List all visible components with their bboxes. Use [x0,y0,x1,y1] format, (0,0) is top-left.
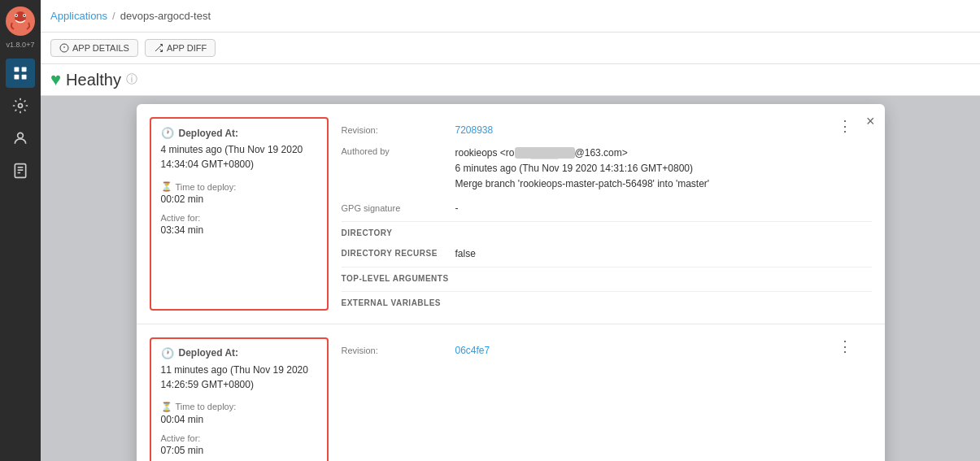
main-area: Applications / devops-argocd-test APP DE… [41,0,980,461]
history-item-1-wrapper: 🕐 Deployed At: 4 minutes ago (Thu Nov 19… [137,104,885,324]
health-label: Healthy [66,71,121,89]
diff-icon [154,43,163,53]
history-1-gpg-label: GPG signature [342,200,455,216]
svg-point-11 [18,133,24,138]
version-label: v1.8.0+7 [7,41,35,49]
history-1-activefor: Active for: 03:34 min [161,213,317,236]
info-icon [59,43,69,53]
history-2-deploy-label: Deployed At: [179,347,239,359]
breadcrumb-current: devops-argocd-test [120,10,211,22]
history-item-2: 🕐 Deployed At: 11 minutes ago (Thu Nov 1… [137,324,885,461]
app-diff-button[interactable]: APP DIFF [145,39,216,57]
history-modal: × 🕐 Deployed At: 4 minutes ago (Thu Nov … [137,104,885,461]
svg-rect-7 [22,67,27,72]
sidebar-item-user[interactable] [6,124,35,153]
history-1-menu-button[interactable]: ⋮ [834,115,856,137]
history-1-revision-label: Revision: [342,122,455,138]
hourglass-icon: ⏳ [161,181,172,192]
history-1-left: 🕐 Deployed At: 4 minutes ago (Thu Nov 19… [150,117,329,311]
history-2-meta: ⏳ Time to deploy: 00:04 min Active for: … [161,402,317,456]
history-1-deploy-header: 🕐 Deployed At: [161,127,317,139]
history-2-menu-button[interactable]: ⋮ [834,336,856,357]
health-heart-icon: ♥ [50,69,61,90]
svg-rect-9 [22,75,27,80]
history-1-dir-recurse-label: DIRECTORY RECURSE [342,246,455,262]
svg-point-4 [15,15,17,16]
breadcrumb: Applications / devops-argocd-test [50,10,211,22]
app-details-label: APP DETAILS [72,43,129,53]
history-2-timetodeploy-value: 00:04 min [161,414,317,425]
app-details-button[interactable]: APP DETAILS [50,39,138,57]
history-1-dir-recurse-value: false [455,246,872,262]
history-1-ext-vars-label: EXTERNAL VARIABLES [342,291,872,311]
history-2-revision-grid: Revision: 06c4fe7 [342,342,872,359]
history-2-deploy-header: 🕐 Deployed At: [161,347,317,359]
history-1-gpg-value: - [455,200,872,216]
history-1-timetodeploy-label: ⏳ Time to deploy: [161,181,317,192]
app-diff-label: APP DIFF [167,43,207,53]
svg-rect-8 [15,75,20,80]
history-2-timetodeploy: ⏳ Time to deploy: 00:04 min [161,402,317,425]
history-2-left: 🕐 Deployed At: 11 minutes ago (Thu Nov 1… [150,337,329,461]
history-2-revision-link[interactable]: 06c4fe7 [455,342,872,359]
history-2-revision-label: Revision: [342,342,455,359]
hourglass-icon-2: ⏳ [161,402,172,412]
history-1-commit-msg: Merge branch 'rookieops-master-patch-564… [455,178,710,189]
sidebar-item-settings[interactable] [6,91,35,120]
history-1-authored-label: Authored by [342,143,455,195]
history-item-2-wrapper: 🕐 Deployed At: 11 minutes ago (Thu Nov 1… [137,324,885,461]
content-area: × 🕐 Deployed At: 4 minutes ago (Thu Nov … [41,96,980,461]
history-1-timetodeploy-value: 00:02 min [161,194,317,205]
topnav: Applications / devops-argocd-test [41,0,980,33]
sidebar-item-apps[interactable] [6,59,35,88]
history-1-directory-label: DIRECTORY [342,221,872,241]
history-1-revision-grid: Revision: 7208938 Authored by rookieops … [342,122,872,311]
history-1-timetodeploy: ⏳ Time to deploy: 00:02 min [161,181,317,205]
history-2-activefor: Active for: 07:05 min [161,433,317,456]
history-2-activefor-label: Active for: [161,433,317,443]
sidebar: v1.8.0+7 [0,0,41,461]
history-2-activefor-value: 07:05 min [161,445,317,456]
svg-point-10 [19,104,23,108]
history-1-revision-link[interactable]: 7208938 [455,122,872,138]
health-status-bar: ♥ Healthy ⓘ [41,64,980,96]
history-1-authored-time: 6 minutes ago (Thu Nov 19 2020 14:31:16 … [455,163,694,174]
app-header: APP DETAILS APP DIFF [41,33,980,64]
history-1-deploy-label: Deployed At: [179,128,239,139]
svg-point-5 [24,15,25,16]
history-1-right: Revision: 7208938 Authored by rookieops … [342,117,872,311]
clock-icon-2: 🕐 [161,347,174,359]
history-2-timetodeploy-label: ⏳ Time to deploy: [161,402,317,412]
history-1-deploy-time: 4 minutes ago (Thu Nov 19 202014:34:04 G… [161,142,317,172]
history-1-top-level-label: TOP-LEVEL ARGUMENTS [342,267,872,286]
breadcrumb-link[interactable]: Applications [50,10,107,22]
modal-overlay: × 🕐 Deployed At: 4 minutes ago (Thu Nov … [41,96,980,461]
breadcrumb-separator: / [112,10,115,22]
history-1-authored-value: rookieops <ro████@163.com> 6 minutes ago… [455,143,872,195]
svg-rect-6 [15,67,20,72]
history-2-right: Revision: 06c4fe7 [342,337,872,461]
app-logo [6,7,35,36]
clock-icon: 🕐 [161,127,174,139]
history-1-activefor-label: Active for: [161,213,317,223]
health-info-icon[interactable]: ⓘ [126,72,137,87]
history-item-1: 🕐 Deployed At: 4 minutes ago (Thu Nov 19… [137,104,885,324]
sidebar-item-docs[interactable] [6,156,35,185]
history-2-deploy-time: 11 minutes ago (Thu Nov 19 202014:26:59 … [161,363,317,392]
history-1-activefor-value: 03:34 min [161,224,317,236]
history-1-meta: ⏳ Time to deploy: 00:02 min Active for: … [161,181,317,236]
